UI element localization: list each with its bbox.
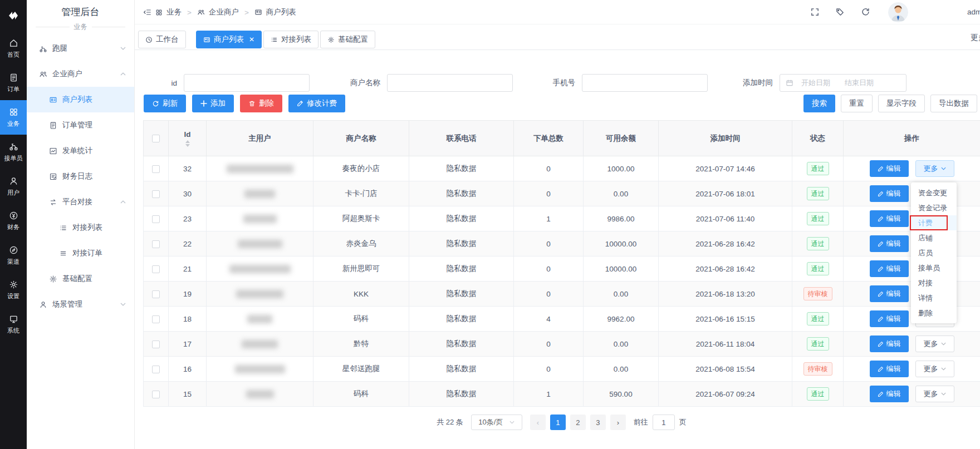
rail-item-channels[interactable]: 渠道 xyxy=(0,238,27,273)
dropdown-item-shop-staff[interactable]: 店员 xyxy=(911,245,957,260)
select-all-checkbox[interactable] xyxy=(152,135,160,142)
sidebar-item-scene-management[interactable]: 场景管理 xyxy=(27,292,134,317)
row-checkbox[interactable] xyxy=(152,265,160,273)
show-fields-button[interactable]: 显示字段 xyxy=(878,95,925,112)
more-button[interactable]: 更多 xyxy=(915,361,954,377)
dropdown-item-funds-record[interactable]: 资金记录 xyxy=(911,200,957,215)
edit-button[interactable]: 编辑 xyxy=(870,335,909,352)
tab-basic-config[interactable]: 基础配置 xyxy=(320,31,375,48)
fullscreen-icon[interactable] xyxy=(810,7,820,17)
dropdown-item-integration[interactable]: 对接 xyxy=(911,275,957,290)
reset-button[interactable]: 重置 xyxy=(841,95,873,112)
edit-button[interactable]: 编辑 xyxy=(870,235,909,252)
more-button[interactable]: 更多 xyxy=(915,335,954,352)
breadcrumb-item[interactable]: 业务 xyxy=(166,7,182,17)
user-avatar[interactable] xyxy=(888,2,908,22)
add-button[interactable]: 添加 xyxy=(192,95,234,112)
page-button[interactable]: 3 xyxy=(590,415,606,430)
sidebar-collapse-icon[interactable] xyxy=(143,8,151,17)
edit-button[interactable]: 编辑 xyxy=(870,285,909,302)
tabs-more-button[interactable]: 更多 xyxy=(971,33,980,43)
dropdown-item-details[interactable]: 详情 xyxy=(911,290,957,305)
cell-status: 待审核 xyxy=(792,282,844,307)
dropdown-item-courier[interactable]: 接单员 xyxy=(911,260,957,275)
row-checkbox[interactable] xyxy=(152,290,160,298)
rail-item-users[interactable]: 用户 xyxy=(0,169,27,204)
table-row: 19 KKK 隐私数据 0 0.00 2021-06-18 13:20 待审核 … xyxy=(144,282,980,307)
sidebar-item-merchant-list[interactable]: 商户列表 xyxy=(27,87,134,112)
tab-integration-list[interactable]: 对接列表 xyxy=(263,31,318,48)
row-checkbox[interactable] xyxy=(152,240,160,248)
status-badge: 通过 xyxy=(807,337,829,351)
more-button[interactable]: 更多 xyxy=(915,160,954,177)
trash-icon xyxy=(248,100,256,107)
id-input[interactable] xyxy=(184,74,310,92)
export-data-button[interactable]: 导出数据 xyxy=(930,95,977,112)
page-button[interactable]: 1 xyxy=(550,415,566,430)
search-button[interactable]: 搜索 xyxy=(803,95,835,112)
people-icon xyxy=(39,70,47,78)
dropdown-item-funds-change[interactable]: 资金变更 xyxy=(911,185,957,200)
pencil-icon xyxy=(878,216,884,222)
delete-button[interactable]: 删除 xyxy=(240,95,282,112)
goto-page-input[interactable] xyxy=(653,415,675,430)
sidebar-item-enterprise-merchants[interactable]: 企业商户 xyxy=(27,61,134,87)
tab-merchant-list[interactable]: 商户列表 ✕ xyxy=(196,31,262,48)
page-size-select[interactable]: 10条/页 xyxy=(471,415,522,430)
cell-orders: 1 xyxy=(514,382,584,407)
edit-billing-button[interactable]: 修改计费 xyxy=(288,95,345,112)
sidebar-item-platform-integration[interactable]: 平台对接 xyxy=(27,189,134,215)
rail-item-home[interactable]: 首页 xyxy=(0,31,27,66)
edit-button[interactable]: 编辑 xyxy=(870,210,909,227)
rail-item-orders[interactable]: 订单 xyxy=(0,66,27,100)
row-checkbox[interactable] xyxy=(152,215,160,223)
refresh-icon[interactable] xyxy=(861,7,870,17)
row-checkbox[interactable] xyxy=(152,366,160,373)
prev-page-button[interactable]: ‹ xyxy=(530,415,546,430)
rail-item-finance[interactable]: 财务 xyxy=(0,204,27,238)
row-checkbox[interactable] xyxy=(152,341,160,348)
rail-item-business[interactable]: 业务 xyxy=(0,100,27,135)
sidebar-item-finance-log[interactable]: 财务日志 xyxy=(27,164,134,189)
page-button[interactable]: 2 xyxy=(570,415,586,430)
sidebar-item-integration-orders[interactable]: 对接订单 xyxy=(27,240,134,266)
row-checkbox[interactable] xyxy=(152,391,160,398)
next-page-button[interactable]: › xyxy=(610,415,626,430)
more-button[interactable]: 更多 xyxy=(915,386,954,402)
edit-button[interactable]: 编辑 xyxy=(870,386,909,402)
edit-button[interactable]: 编辑 xyxy=(870,160,909,177)
phone-input[interactable] xyxy=(582,74,708,92)
dropdown-item-delete[interactable]: 删除 xyxy=(911,305,957,320)
rail-item-system[interactable]: 系统 xyxy=(0,307,27,342)
column-header-id[interactable]: Id xyxy=(169,121,207,156)
app-logo[interactable] xyxy=(0,0,27,31)
row-checkbox[interactable] xyxy=(152,165,160,173)
date-range-picker[interactable]: 开始日期 结束日期 xyxy=(780,74,906,92)
sidebar-item-dispatch-stats[interactable]: 发单统计 xyxy=(27,138,134,164)
username[interactable]: adm xyxy=(967,8,980,16)
sidebar-item-integration-list[interactable]: 对接列表 xyxy=(27,215,134,240)
tag-icon[interactable] xyxy=(835,7,845,17)
tab-label: 商户列表 xyxy=(214,34,244,45)
dropdown-item-shop[interactable]: 店铺 xyxy=(911,230,957,245)
refresh-button[interactable]: 刷新 xyxy=(144,95,186,112)
row-checkbox[interactable] xyxy=(152,315,160,323)
tab-workbench[interactable]: 工作台 xyxy=(138,31,186,48)
rail-item-settings[interactable]: 设置 xyxy=(0,273,27,307)
cell-balance: 9962.00 xyxy=(584,307,659,332)
sort-icon[interactable] xyxy=(185,140,190,147)
sidebar-item-basic-config[interactable]: 基础配置 xyxy=(27,266,134,292)
row-checkbox[interactable] xyxy=(152,190,160,198)
edit-button[interactable]: 编辑 xyxy=(870,310,909,327)
sidebar-item-paotui[interactable]: 跑腿 xyxy=(27,36,134,61)
edit-button[interactable]: 编辑 xyxy=(870,260,909,277)
column-header-status: 状态 xyxy=(792,121,844,156)
edit-button[interactable]: 编辑 xyxy=(870,185,909,202)
sidebar-item-order-management[interactable]: 订单管理 xyxy=(27,112,134,138)
breadcrumb-item[interactable]: 企业商户 xyxy=(209,7,239,17)
rail-item-couriers[interactable]: 接单员 xyxy=(0,135,27,169)
merchant-name-input[interactable] xyxy=(387,74,513,92)
close-icon[interactable]: ✕ xyxy=(249,36,254,43)
dropdown-item-billing[interactable]: 计费 xyxy=(911,215,957,230)
edit-button[interactable]: 编辑 xyxy=(870,361,909,377)
